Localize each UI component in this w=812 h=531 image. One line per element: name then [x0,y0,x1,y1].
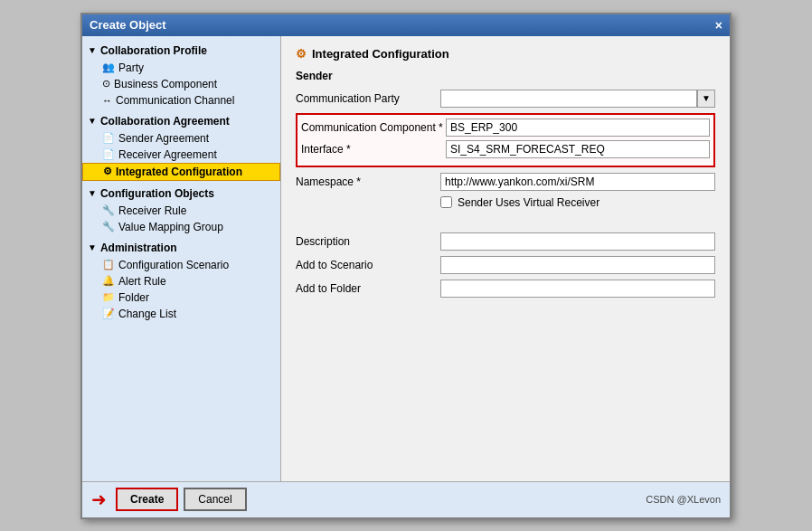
add-to-scenario-label: Add to Scenario [296,259,440,271]
main-content: ⚙ Integrated Configuration Sender Commun… [281,36,730,481]
configuration-scenario-icon: 📋 [102,259,115,270]
close-button[interactable]: × [715,18,722,33]
value-mapping-group-icon: 🔧 [102,221,115,232]
description-label: Description [296,235,440,248]
receiver-rule-icon: 🔧 [102,204,115,216]
sidebar-item-receiver-agreement[interactable]: 📄 Receiver Agreement [82,147,280,163]
sidebar-item-communication-channel[interactable]: ↔ Communication Channel [82,92,280,109]
sidebar-item-label: Sender Agreement [118,132,209,145]
main-section-header: ⚙ Integrated Configuration [296,47,715,61]
sidebar-item-label: Alert Rule [118,275,166,288]
section-label: Collaboration Agreement [100,115,230,128]
sidebar: ▼ Collaboration Profile 👥 Party ⊙ Busine… [82,36,281,481]
collapse-arrow: ▼ [88,116,97,126]
highlighted-fields-group: Communication Component * BS_ERP_300 Int… [296,113,715,167]
dialog-footer: ➜ Create Cancel CSDN @XLevon [82,481,730,517]
add-to-folder-input[interactable] [440,280,715,298]
communication-component-label: Communication Component * [301,121,446,134]
dialog-body: ▼ Collaboration Profile 👥 Party ⊙ Busine… [82,36,730,481]
collapse-arrow: ▼ [88,188,97,198]
section-header-administration[interactable]: ▼ Administration [82,239,280,257]
dialog-title: Create Object [90,18,166,32]
dialog-titlebar: Create Object × [82,14,730,36]
communication-party-dropdown-btn[interactable]: ▼ [697,90,715,108]
sidebar-item-label: Communication Channel [116,94,234,107]
main-section-icon: ⚙ [296,47,307,61]
alert-rule-icon: 🔔 [102,275,115,287]
sidebar-item-label: Business Component [114,78,217,90]
change-list-icon: 📝 [102,308,115,319]
section-label: Configuration Objects [100,187,214,200]
sidebar-item-label: Configuration Scenario [118,259,229,271]
footer-watermark: CSDN @XLevon [646,494,721,505]
sidebar-item-label: Party [118,62,144,74]
cancel-button[interactable]: Cancel [184,488,246,511]
sidebar-item-integrated-configuration[interactable]: ⚙ Integrated Configuration [82,163,280,181]
integrated-configuration-icon: ⚙ [103,166,112,177]
add-to-folder-label: Add to Folder [296,282,440,295]
namespace-input[interactable]: http://www.yankon.com/xi/SRM [440,173,715,191]
description-input[interactable] [440,232,715,251]
sidebar-item-label: Receiver Rule [118,204,186,217]
sidebar-item-alert-rule[interactable]: 🔔 Alert Rule [82,273,280,289]
sidebar-item-party[interactable]: 👥 Party [82,60,280,76]
sidebar-item-label: Integrated Configuration [116,166,242,178]
communication-component-input[interactable]: BS_ERP_300 [446,119,710,137]
footer-buttons: ➜ Create Cancel [91,488,247,511]
folder-icon: 📁 [102,291,115,303]
section-label: Administration [100,242,177,254]
sidebar-item-label: Change List [118,308,176,320]
communication-party-label: Communication Party [296,92,440,105]
communication-party-input-group: ▼ [440,90,715,108]
section-collaboration-agreement: ▼ Collaboration Agreement 📄 Sender Agree… [82,112,280,181]
sender-virtual-receiver-checkbox[interactable] [440,196,452,208]
party-icon: 👥 [102,62,115,73]
interface-row: Interface * SI_S4_SRM_FORECAST_REQ [301,140,710,158]
main-section-title: Integrated Configuration [312,47,449,61]
sender-subsection-title: Sender [296,70,715,82]
namespace-row: Namespace * http://www.yankon.com/xi/SRM [296,173,715,191]
create-object-dialog: Create Object × ▼ Collaboration Profile … [80,13,732,519]
add-to-folder-row: Add to Folder [296,280,715,298]
add-to-scenario-row: Add to Scenario [296,256,715,274]
communication-component-row: Communication Component * BS_ERP_300 [301,119,710,137]
description-row: Description [296,232,715,251]
sender-virtual-receiver-label: Sender Uses Virtual Receiver [458,196,600,209]
section-collaboration-profile: ▼ Collaboration Profile 👥 Party ⊙ Busine… [82,42,280,109]
communication-channel-icon: ↔ [102,95,112,106]
sidebar-item-label: Value Mapping Group [118,221,223,233]
sidebar-item-label: Folder [118,291,149,304]
collapse-arrow: ▼ [88,242,97,252]
communication-party-row: Communication Party ▼ [296,90,715,108]
sidebar-item-business-component[interactable]: ⊙ Business Component [82,76,280,92]
section-administration: ▼ Administration 📋 Configuration Scenari… [82,239,280,322]
section-configuration-objects: ▼ Configuration Objects 🔧 Receiver Rule … [82,185,280,235]
sidebar-item-change-list[interactable]: 📝 Change List [82,306,280,322]
section-header-configuration-objects[interactable]: ▼ Configuration Objects [82,185,280,203]
sidebar-item-value-mapping-group[interactable]: 🔧 Value Mapping Group [82,219,280,235]
receiver-agreement-icon: 📄 [102,148,115,160]
collapse-arrow: ▼ [88,45,97,55]
interface-input[interactable]: SI_S4_SRM_FORECAST_REQ [446,140,710,158]
sidebar-item-sender-agreement[interactable]: 📄 Sender Agreement [82,130,280,147]
communication-party-input[interactable] [440,90,697,108]
section-header-collaboration-agreement[interactable]: ▼ Collaboration Agreement [82,112,280,130]
add-to-scenario-input[interactable] [440,256,715,274]
section-header-collaboration-profile[interactable]: ▼ Collaboration Profile [82,42,280,60]
section-label: Collaboration Profile [100,44,207,57]
interface-label: Interface * [301,143,446,156]
sidebar-item-receiver-rule[interactable]: 🔧 Receiver Rule [82,203,280,219]
sender-virtual-receiver-row: Sender Uses Virtual Receiver [296,196,715,209]
create-button[interactable]: Create [116,488,178,511]
sidebar-item-folder[interactable]: 📁 Folder [82,289,280,306]
create-arrow-indicator: ➜ [91,488,107,510]
sidebar-item-configuration-scenario[interactable]: 📋 Configuration Scenario [82,257,280,273]
sidebar-item-label: Receiver Agreement [118,148,217,161]
business-component-icon: ⊙ [102,78,110,90]
namespace-label: Namespace * [296,175,440,188]
sender-agreement-icon: 📄 [102,132,115,144]
